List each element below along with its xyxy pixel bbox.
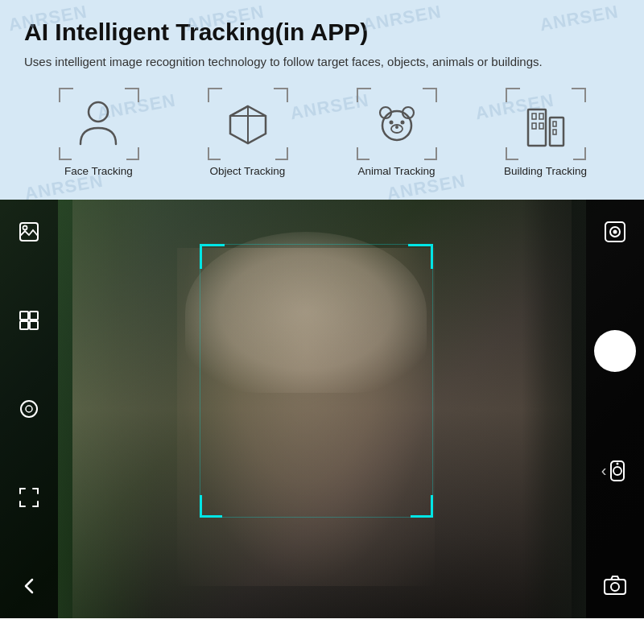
object-icon (224, 100, 272, 148)
svg-rect-17 (539, 123, 543, 129)
main-title: AI Intelligent Tracking(in APP) (24, 18, 620, 47)
svg-rect-15 (539, 114, 543, 119)
right-sidebar: ‹ (586, 200, 644, 618)
svg-rect-16 (532, 123, 536, 129)
svg-point-26 (21, 401, 37, 417)
camera-icon[interactable] (599, 569, 631, 601)
building-icon (522, 97, 570, 150)
left-sidebar (0, 200, 58, 618)
animal-icon-box (357, 88, 437, 160)
svg-line-4 (230, 106, 248, 116)
svg-point-8 (389, 120, 393, 124)
animal-tracking-label: Animal Tracking (357, 165, 435, 177)
focus-icon[interactable] (13, 481, 45, 514)
subtitle: Uses intelligent image recognition techn… (24, 53, 572, 72)
circle-icon[interactable] (13, 393, 45, 425)
top-section: ANRSEN ANRSEN ANRSEN ANRSEN ANRSEN ANRSE… (0, 0, 644, 200)
face-icon (76, 97, 121, 150)
gallery-icon[interactable] (13, 216, 45, 248)
building-tracking-label: Building Tracking (504, 165, 587, 177)
svg-point-33 (617, 462, 619, 464)
object-icon-box (208, 88, 288, 160)
face-icon-box (59, 88, 139, 160)
svg-point-0 (89, 102, 108, 122)
svg-rect-14 (532, 114, 536, 119)
building-icon-box (506, 88, 586, 160)
svg-point-11 (395, 126, 398, 129)
svg-point-32 (613, 467, 621, 475)
tracking-item-building: Building Tracking (471, 88, 620, 177)
svg-point-35 (611, 583, 619, 591)
svg-point-21 (23, 225, 27, 229)
svg-rect-23 (30, 312, 38, 320)
camera-view: ‹ (0, 200, 644, 618)
svg-rect-22 (20, 312, 28, 320)
tracking-item-animal: Animal Tracking (322, 88, 471, 177)
tracking-mode-icon[interactable] (599, 216, 631, 248)
svg-rect-24 (20, 321, 28, 329)
tracking-icons-row: Face Tracking Object Tracking (24, 88, 620, 185)
shutter-button[interactable] (594, 330, 636, 372)
svg-rect-18 (553, 122, 556, 126)
tracking-item-face: Face Tracking (24, 88, 173, 177)
object-tracking-label: Object Tracking (210, 165, 286, 177)
face-tracking-label: Face Tracking (64, 165, 133, 177)
svg-point-27 (26, 406, 32, 412)
tracking-box (200, 244, 433, 518)
chevron-left-icon[interactable]: ‹ (599, 455, 631, 487)
back-icon[interactable] (13, 570, 45, 602)
svg-point-30 (613, 229, 617, 233)
animal-icon (373, 100, 421, 148)
layout-icon[interactable] (13, 304, 45, 336)
svg-point-9 (400, 120, 404, 124)
svg-rect-34 (605, 580, 625, 594)
svg-rect-25 (30, 321, 38, 329)
tracking-item-object: Object Tracking (173, 88, 322, 177)
svg-rect-19 (553, 130, 556, 134)
background-tree-right (522, 200, 586, 618)
